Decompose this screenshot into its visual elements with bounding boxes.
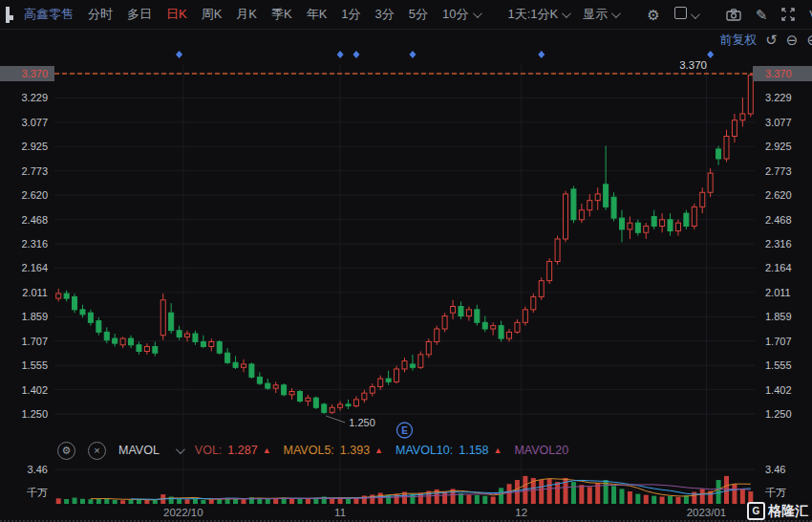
volume-bar[interactable] bbox=[378, 493, 383, 504]
indicator-close-icon[interactable]: × bbox=[88, 442, 106, 460]
candle-body[interactable] bbox=[579, 210, 584, 220]
candle-body[interactable] bbox=[652, 216, 656, 226]
volume-bar[interactable] bbox=[652, 496, 656, 504]
event-diamond-marker[interactable] bbox=[409, 51, 416, 58]
candle-body[interactable] bbox=[225, 353, 230, 362]
candle-body[interactable] bbox=[675, 223, 680, 230]
volume-bar[interactable] bbox=[241, 499, 246, 504]
candle-body[interactable] bbox=[523, 310, 527, 322]
candle-body[interactable] bbox=[120, 338, 125, 345]
volume-bar[interactable] bbox=[201, 500, 205, 504]
candle-body[interactable] bbox=[740, 114, 745, 120]
volume-bar[interactable] bbox=[88, 499, 93, 504]
candle-body[interactable] bbox=[442, 316, 447, 329]
candle-body[interactable] bbox=[249, 364, 254, 377]
candle-body[interactable] bbox=[153, 346, 158, 353]
event-diamond-marker[interactable] bbox=[176, 51, 182, 58]
candle-body[interactable] bbox=[338, 404, 343, 407]
indicator-name[interactable]: MAVOL bbox=[118, 444, 160, 457]
candle-body[interactable] bbox=[193, 334, 198, 341]
candle-body[interactable] bbox=[708, 173, 713, 192]
volume-bar[interactable] bbox=[724, 476, 729, 504]
candle-body[interactable] bbox=[370, 386, 374, 393]
candle-body[interactable] bbox=[56, 294, 61, 298]
candle-body[interactable] bbox=[113, 338, 118, 343]
candle-body[interactable] bbox=[73, 296, 77, 309]
candle-body[interactable] bbox=[700, 192, 705, 207]
candle-body[interactable] bbox=[716, 149, 721, 159]
candle-body[interactable] bbox=[748, 76, 753, 114]
volume-bar[interactable] bbox=[209, 499, 214, 504]
candle-body[interactable] bbox=[482, 322, 487, 329]
volume-bar[interactable] bbox=[466, 494, 471, 504]
volume-bar[interactable] bbox=[644, 495, 649, 504]
volume-bar[interactable] bbox=[539, 480, 544, 504]
candle-body[interactable] bbox=[539, 281, 544, 297]
volume-bar[interactable] bbox=[611, 486, 616, 504]
volume-bar[interactable] bbox=[628, 491, 632, 504]
candle-body[interactable] bbox=[588, 201, 592, 210]
candle-body[interactable] bbox=[96, 321, 101, 333]
volume-bar[interactable] bbox=[153, 500, 158, 504]
volume-bar[interactable] bbox=[80, 499, 85, 504]
candle-body[interactable] bbox=[668, 220, 673, 231]
candle-body[interactable] bbox=[426, 341, 431, 354]
candle-body[interactable] bbox=[619, 218, 624, 229]
candle-body[interactable] bbox=[217, 341, 222, 353]
candle-body[interactable] bbox=[257, 377, 262, 383]
candle-body[interactable] bbox=[684, 213, 689, 226]
candle-body[interactable] bbox=[353, 400, 358, 406]
volume-bar[interactable] bbox=[499, 488, 503, 504]
candle-body[interactable] bbox=[104, 332, 109, 339]
candle-body[interactable] bbox=[88, 313, 93, 322]
candle-body[interactable] bbox=[410, 364, 415, 367]
candle-body[interactable] bbox=[346, 404, 351, 406]
candle-body[interactable] bbox=[547, 261, 552, 280]
volume-bar[interactable] bbox=[137, 499, 141, 504]
volume-bar[interactable] bbox=[547, 479, 552, 504]
candle-body[interactable] bbox=[628, 223, 632, 229]
candle-body[interactable] bbox=[362, 393, 367, 400]
candle-body[interactable] bbox=[515, 322, 520, 332]
candle-body[interactable] bbox=[402, 361, 407, 369]
volume-bar[interactable] bbox=[395, 494, 399, 504]
candle-body[interactable] bbox=[233, 362, 238, 367]
candle-body[interactable] bbox=[475, 310, 480, 322]
candle-body[interactable] bbox=[289, 391, 294, 394]
candle-body[interactable] bbox=[266, 383, 270, 388]
volume-bar[interactable] bbox=[297, 498, 302, 504]
candle-body[interactable] bbox=[660, 220, 665, 227]
candle-body[interactable] bbox=[571, 189, 576, 220]
volume-bar[interactable] bbox=[113, 500, 118, 504]
volume-bar[interactable] bbox=[185, 499, 190, 504]
volume-bar[interactable] bbox=[120, 500, 125, 504]
volume-bar[interactable] bbox=[635, 494, 640, 504]
candle-body[interactable] bbox=[507, 332, 512, 338]
candle-body[interactable] bbox=[160, 300, 165, 336]
volume-bar[interactable] bbox=[306, 499, 310, 504]
candle-body[interactable] bbox=[169, 313, 174, 330]
volume-bar[interactable] bbox=[442, 491, 447, 504]
event-diamond-marker[interactable] bbox=[353, 51, 359, 58]
candle-body[interactable] bbox=[129, 338, 134, 345]
candle-body[interactable] bbox=[322, 404, 327, 412]
volume-bar[interactable] bbox=[619, 489, 624, 504]
candle-body[interactable] bbox=[137, 345, 141, 352]
volume-bar[interactable] bbox=[193, 499, 198, 504]
candle-body[interactable] bbox=[241, 364, 246, 367]
candle-body[interactable] bbox=[451, 306, 456, 313]
candle-body[interactable] bbox=[595, 194, 600, 201]
candle-body[interactable] bbox=[209, 341, 214, 346]
candle-body[interactable] bbox=[378, 379, 383, 386]
volume-bar[interactable] bbox=[660, 497, 665, 504]
candle-body[interactable] bbox=[459, 306, 463, 315]
volume-bar[interactable] bbox=[346, 498, 351, 504]
volume-bar[interactable] bbox=[266, 499, 270, 504]
candle-body[interactable] bbox=[313, 398, 318, 407]
candle-body[interactable] bbox=[635, 223, 640, 232]
candle-body[interactable] bbox=[466, 310, 471, 316]
volume-bar[interactable] bbox=[491, 497, 496, 504]
candle-body[interactable] bbox=[611, 197, 616, 218]
volume-bar[interactable] bbox=[579, 485, 584, 504]
volume-bar[interactable] bbox=[675, 497, 680, 504]
